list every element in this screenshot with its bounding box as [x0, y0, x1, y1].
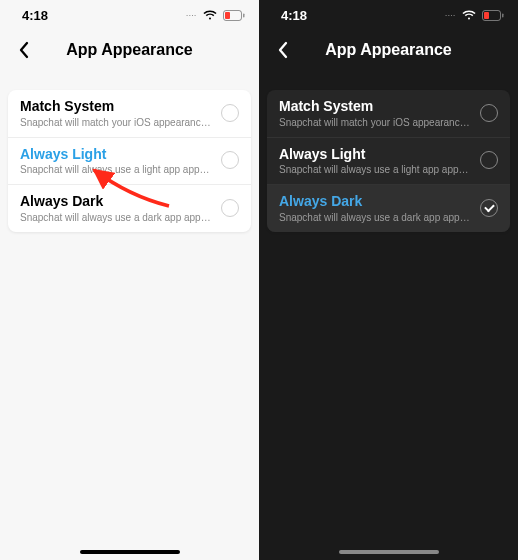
status-bar: 4:18 ····: [0, 0, 259, 30]
wifi-icon: [462, 10, 476, 21]
radio-unchecked-icon[interactable]: [480, 104, 498, 122]
light-mode-panel: 4:18 ···· App Appearance Match System Sn…: [0, 0, 259, 560]
option-match-system[interactable]: Match System Snapchat will match your iO…: [8, 90, 251, 137]
home-indicator[interactable]: [339, 550, 439, 554]
radio-unchecked-icon[interactable]: [221, 104, 239, 122]
status-time: 4:18: [281, 8, 307, 23]
svg-rect-2: [243, 13, 245, 17]
option-title: Always Light: [20, 146, 213, 164]
option-subtitle: Snapchat will always use a dark app appe…: [279, 212, 472, 223]
status-time: 4:18: [22, 8, 48, 23]
battery-low-icon: [223, 10, 245, 21]
nav-bar: App Appearance: [0, 30, 259, 70]
battery-low-icon: [482, 10, 504, 21]
option-always-light[interactable]: Always Light Snapchat will always use a …: [267, 137, 510, 185]
cellular-dots-icon: ····: [186, 12, 197, 18]
option-subtitle: Snapchat will always use a light app app…: [279, 164, 472, 175]
option-subtitle: Snapchat will match your iOS appearance …: [279, 117, 472, 128]
svg-rect-1: [225, 12, 230, 19]
option-title: Match System: [279, 98, 472, 116]
option-title: Always Light: [279, 146, 472, 164]
radio-checked-icon[interactable]: [221, 151, 239, 169]
option-title: Always Dark: [20, 193, 213, 211]
cellular-dots-icon: ····: [445, 12, 456, 18]
appearance-options-card: Match System Snapchat will match your iO…: [267, 90, 510, 232]
option-subtitle: Snapchat will match your iOS appearance …: [20, 117, 213, 128]
status-right: ····: [445, 10, 504, 21]
option-subtitle: Snapchat will always use a dark app appe…: [20, 212, 213, 223]
appearance-options-card: Match System Snapchat will match your iO…: [8, 90, 251, 232]
status-bar: 4:18 ····: [259, 0, 518, 30]
dark-mode-panel: 4:18 ···· App Appearance Match System Sn…: [259, 0, 518, 560]
status-right: ····: [186, 10, 245, 21]
option-always-dark[interactable]: Always Dark Snapchat will always use a d…: [267, 184, 510, 232]
radio-unchecked-icon[interactable]: [480, 151, 498, 169]
option-subtitle: Snapchat will always use a light app app…: [20, 164, 213, 175]
back-button[interactable]: [12, 38, 36, 62]
option-always-dark[interactable]: Always Dark Snapchat will always use a d…: [8, 184, 251, 232]
home-indicator[interactable]: [80, 550, 180, 554]
page-title: App Appearance: [0, 41, 259, 59]
svg-rect-4: [484, 12, 489, 19]
wifi-icon: [203, 10, 217, 21]
option-title: Always Dark: [279, 193, 472, 211]
svg-rect-5: [502, 13, 504, 17]
nav-bar: App Appearance: [259, 30, 518, 70]
option-title: Match System: [20, 98, 213, 116]
option-match-system[interactable]: Match System Snapchat will match your iO…: [267, 90, 510, 137]
page-title: App Appearance: [259, 41, 518, 59]
option-always-light[interactable]: Always Light Snapchat will always use a …: [8, 137, 251, 185]
back-button[interactable]: [271, 38, 295, 62]
radio-unchecked-icon[interactable]: [221, 199, 239, 217]
radio-checked-icon[interactable]: [480, 199, 498, 217]
